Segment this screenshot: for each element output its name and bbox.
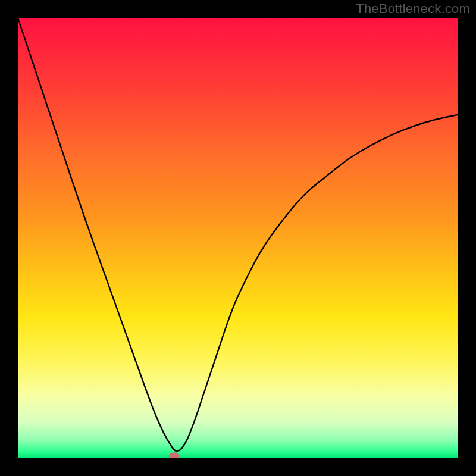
bottleneck-curve — [18, 18, 458, 451]
plot-area — [18, 18, 458, 458]
watermark-text: TheBottleneck.com — [356, 1, 470, 17]
min-marker — [169, 452, 180, 458]
curve-layer — [18, 18, 458, 458]
chart-frame: TheBottleneck.com — [0, 0, 476, 476]
